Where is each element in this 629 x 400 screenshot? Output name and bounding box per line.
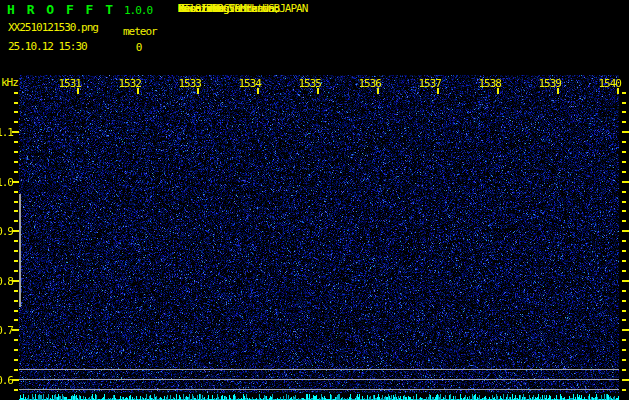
- freq-tick-minor-right: [622, 310, 626, 312]
- freq-tick-major-left: [12, 280, 19, 282]
- freq-tick-minor-right: [622, 161, 626, 163]
- freq-tick-minor-right: [622, 171, 626, 173]
- time-tick-label: 1531: [37, 77, 81, 90]
- time-tick: [437, 88, 439, 94]
- time-tick: [617, 88, 619, 94]
- reference-line: [19, 389, 619, 390]
- freq-tick-major-left: [12, 329, 19, 331]
- hrofft-window: H R O F F T 1.0.0 XX2510121530.png meteo…: [0, 0, 629, 400]
- freq-tick-minor-left: [14, 240, 18, 242]
- freq-tick-major-right: [622, 329, 629, 331]
- freq-tick-minor-left: [14, 102, 18, 104]
- freq-tick-major-right: [622, 379, 629, 381]
- freq-tick-major-right: [622, 181, 629, 183]
- freq-tick-minor-right: [622, 270, 626, 272]
- freq-tick-minor-left: [14, 210, 18, 212]
- freq-tick-minor-right: [622, 250, 626, 252]
- freq-tick-minor-left: [14, 349, 18, 351]
- freq-tick-minor-left: [14, 339, 18, 341]
- freq-tick-minor-left: [14, 92, 18, 94]
- freq-tick-minor-left: [14, 220, 18, 222]
- axis-layer: 1.11.00.90.80.70.61531153215331534153515…: [0, 0, 629, 400]
- freq-tick-major-left: [12, 379, 19, 381]
- freq-tick-minor-left: [14, 250, 18, 252]
- freq-tick-minor-right: [622, 220, 626, 222]
- freq-tick-minor-right: [622, 300, 626, 302]
- freq-tick-minor-right: [622, 349, 626, 351]
- time-tick-label: 1536: [337, 77, 381, 90]
- reference-line: [19, 369, 619, 370]
- freq-tick-minor-left: [14, 359, 18, 361]
- freq-tick-major-right: [622, 131, 629, 133]
- time-tick: [557, 88, 559, 94]
- freq-tick-minor-right: [622, 92, 626, 94]
- freq-tick-minor-left: [14, 191, 18, 193]
- time-tick: [497, 88, 499, 94]
- freq-tick-minor-left: [14, 121, 18, 123]
- freq-tick-major-left: [12, 131, 19, 133]
- freq-tick-minor-right: [622, 210, 626, 212]
- time-tick: [137, 88, 139, 94]
- freq-tick-minor-left: [14, 171, 18, 173]
- time-tick: [257, 88, 259, 94]
- freq-tick-minor-right: [622, 290, 626, 292]
- time-tick: [77, 88, 79, 94]
- reference-line: [19, 379, 619, 380]
- freq-tick-minor-left: [14, 161, 18, 163]
- freq-tick-minor-right: [622, 389, 626, 391]
- freq-tick-minor-left: [14, 201, 18, 203]
- freq-tick-minor-right: [622, 121, 626, 123]
- time-tick: [377, 88, 379, 94]
- time-tick-label: 1535: [277, 77, 321, 90]
- freq-tick-major-right: [622, 280, 629, 282]
- freq-tick-minor-right: [622, 319, 626, 321]
- freq-tick-minor-left: [14, 141, 18, 143]
- time-tick-label: 1537: [397, 77, 441, 90]
- freq-tick-minor-right: [622, 151, 626, 153]
- freq-tick-minor-right: [622, 141, 626, 143]
- freq-tick-minor-left: [14, 151, 18, 153]
- time-tick: [197, 88, 199, 94]
- freq-tick-minor-right: [622, 201, 626, 203]
- freq-tick-minor-left: [14, 270, 18, 272]
- freq-tick-minor-right: [622, 102, 626, 104]
- freq-tick-minor-left: [14, 369, 18, 371]
- time-tick-label: 1538: [457, 77, 501, 90]
- freq-tick-minor-left: [14, 300, 18, 302]
- time-tick-label: 1533: [157, 77, 201, 90]
- freq-tick-minor-right: [622, 359, 626, 361]
- freq-tick-major-left: [12, 230, 19, 232]
- freq-tick-minor-right: [622, 191, 626, 193]
- freq-tick-major-right: [622, 230, 629, 232]
- calibration-marker: [19, 194, 21, 307]
- freq-tick-minor-left: [14, 111, 18, 113]
- freq-tick-minor-right: [622, 369, 626, 371]
- freq-tick-minor-left: [14, 310, 18, 312]
- freq-tick-minor-right: [622, 339, 626, 341]
- freq-tick-major-left: [12, 181, 19, 183]
- freq-tick-minor-right: [622, 260, 626, 262]
- freq-tick-minor-left: [14, 319, 18, 321]
- time-tick-label: 1532: [97, 77, 141, 90]
- freq-tick-minor-left: [14, 260, 18, 262]
- freq-tick-minor-right: [622, 111, 626, 113]
- time-tick-label: 1539: [517, 77, 561, 90]
- time-tick-label: 1534: [217, 77, 261, 90]
- freq-tick-minor-right: [622, 240, 626, 242]
- time-tick-label: 1540: [577, 77, 621, 90]
- time-tick: [317, 88, 319, 94]
- freq-tick-minor-left: [14, 389, 18, 391]
- freq-tick-minor-left: [14, 290, 18, 292]
